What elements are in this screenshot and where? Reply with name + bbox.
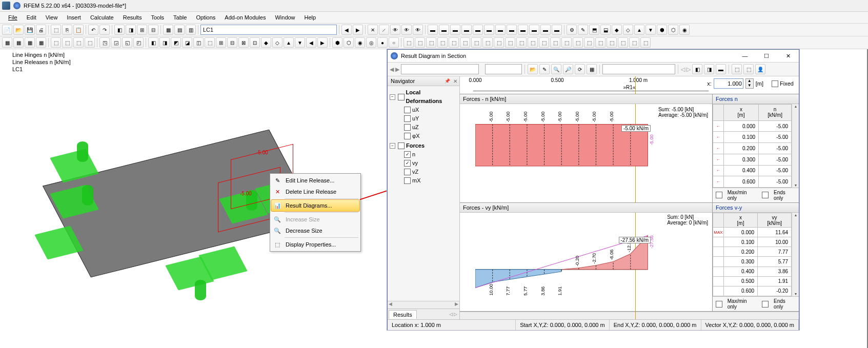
chk-maxmin-vy[interactable] xyxy=(716,301,722,308)
tree-phix[interactable]: φX xyxy=(412,132,419,140)
tree-forces[interactable]: Forces xyxy=(406,141,425,150)
table-vy-grid[interactable]: x[m]vy[kN/m] MAX0.00011.640.10010.000.20… xyxy=(713,213,792,296)
t2-7-icon[interactable]: ⬚ xyxy=(73,37,84,48)
dlg-tool-5-icon[interactable]: ⟳ xyxy=(575,64,585,74)
t2-48-icon[interactable]: ⬚ xyxy=(550,37,560,48)
chk-vz[interactable] xyxy=(404,169,411,175)
mode1-icon[interactable]: ✕ xyxy=(368,25,378,35)
t2-11-icon[interactable]: ◱ xyxy=(122,37,132,48)
tree-ux[interactable]: uX xyxy=(412,106,419,114)
dlg-tool-8-icon[interactable]: ◨ xyxy=(704,64,714,74)
pin-icon[interactable]: 📌 xyxy=(445,78,450,84)
mode2-icon[interactable]: ⟋ xyxy=(379,25,389,35)
menu-options[interactable]: Options xyxy=(192,13,219,22)
res5-icon[interactable]: ▬ xyxy=(473,25,483,35)
res7-icon[interactable]: ▬ xyxy=(495,25,506,35)
redo-icon[interactable]: ↷ xyxy=(99,25,110,35)
tree-uy[interactable]: uY xyxy=(412,114,419,123)
tree-local-deformations[interactable]: Local Deformations xyxy=(406,88,457,106)
result-select[interactable] xyxy=(485,64,522,74)
chk-ends-n[interactable] xyxy=(762,192,769,198)
misc8-icon[interactable]: ▼ xyxy=(645,25,656,35)
new-icon[interactable]: 📄 xyxy=(2,25,12,35)
chk-vy[interactable]: ✓ xyxy=(404,160,411,167)
misc1-icon[interactable]: ⚙ xyxy=(567,25,577,35)
t2-19-icon[interactable]: ⊞ xyxy=(216,37,226,48)
res2-icon[interactable]: ▬ xyxy=(439,25,449,35)
menu-help[interactable]: Help xyxy=(300,13,320,22)
misc9-icon[interactable]: ⬢ xyxy=(657,25,667,35)
ctx-decrease-size[interactable]: 🔍Decrease Size xyxy=(271,225,359,236)
view2-icon[interactable]: 👁 xyxy=(401,25,412,35)
open-icon[interactable]: 📂 xyxy=(13,25,24,35)
table-n-grid[interactable]: x[m]n[kN/m] ←0.000-5.00←0.100-5.00←0.200… xyxy=(713,104,792,188)
tool-c-icon[interactable]: ⊞ xyxy=(137,25,147,35)
t2-26-icon[interactable]: ▼ xyxy=(295,37,305,48)
tab-right-icon[interactable]: ▷ xyxy=(454,312,457,317)
close-button[interactable]: ✕ xyxy=(777,50,799,62)
tree-mx[interactable]: mX xyxy=(412,176,421,185)
misc11-icon[interactable]: ◉ xyxy=(679,25,690,35)
t2-40-icon[interactable]: ⬚ xyxy=(460,37,470,48)
t2-47-icon[interactable]: ⬚ xyxy=(539,37,549,48)
t2-15-icon[interactable]: ◩ xyxy=(171,37,181,48)
paste-icon[interactable]: 📋 xyxy=(73,25,84,35)
tool-a-icon[interactable]: ◧ xyxy=(114,25,125,35)
menu-edit[interactable]: Edit xyxy=(23,13,41,22)
t2-39-icon[interactable]: ⬚ xyxy=(449,37,459,48)
smoothing-select[interactable] xyxy=(602,64,675,74)
t2-18-icon[interactable]: ⬚ xyxy=(205,37,215,48)
ctx-increase-size[interactable]: 🔍Increase Size xyxy=(271,214,359,225)
nav-close-icon[interactable]: ✕ xyxy=(453,78,457,84)
dlg-tool-12-icon[interactable]: 👤 xyxy=(755,64,765,74)
t2-14-icon[interactable]: ◨ xyxy=(159,37,170,48)
table-vy-scrollbar[interactable]: ▴▾ xyxy=(792,213,799,296)
t2-8-icon[interactable]: ⬚ xyxy=(85,37,95,48)
chk-n[interactable]: ✓ xyxy=(404,151,411,158)
t2-49-icon[interactable]: ⬚ xyxy=(561,37,572,48)
tree-uz[interactable]: uZ xyxy=(412,123,419,132)
misc5-icon[interactable]: ◆ xyxy=(612,25,622,35)
grid-icon[interactable]: ▦ xyxy=(163,25,173,35)
t2-50-icon[interactable]: ⬚ xyxy=(573,37,583,48)
tree-n[interactable]: n xyxy=(412,150,415,159)
menu-file[interactable]: File xyxy=(4,13,22,22)
t2-16-icon[interactable]: ◪ xyxy=(182,37,192,48)
chk-mx[interactable] xyxy=(404,177,411,184)
dlg-tool-1-icon[interactable]: 📂 xyxy=(528,64,538,74)
loadcase-select[interactable]: LC1 xyxy=(200,25,337,35)
t2-28-icon[interactable]: ▶ xyxy=(317,37,328,48)
chk-uy[interactable] xyxy=(404,115,411,122)
menu-tools[interactable]: Tools xyxy=(147,13,168,22)
misc4-icon[interactable]: ⬓ xyxy=(600,25,611,35)
table-n-scrollbar[interactable]: ▴▾ xyxy=(792,104,799,188)
t2-45-icon[interactable]: ⬚ xyxy=(516,37,527,48)
table-icon[interactable]: ▤ xyxy=(174,25,185,35)
x-stepper[interactable]: ▲▼ xyxy=(745,78,754,89)
t2-13-icon[interactable]: ◧ xyxy=(148,37,158,48)
menu-view[interactable]: View xyxy=(42,13,62,22)
res12-icon[interactable]: ▬ xyxy=(552,25,562,35)
res11-icon[interactable]: ▬ xyxy=(540,25,551,35)
view3-icon[interactable]: 👁 xyxy=(413,25,423,35)
res1-icon[interactable]: ▬ xyxy=(428,25,438,35)
t2-43-icon[interactable]: ⬚ xyxy=(494,37,504,48)
t2-36-icon[interactable]: ⬚ xyxy=(415,37,425,48)
t2-56-icon[interactable]: ⬚ xyxy=(640,37,651,48)
scroll-left-icon[interactable]: ◀ xyxy=(389,301,392,306)
chk-ux[interactable] xyxy=(404,107,411,113)
section-select[interactable] xyxy=(401,64,479,74)
dlg-tool-4-icon[interactable]: 🔎 xyxy=(563,64,573,74)
t2-27-icon[interactable]: ◀ xyxy=(306,37,316,48)
t2-37-icon[interactable]: ⬚ xyxy=(426,37,436,48)
print-icon[interactable]: 🖨 xyxy=(36,25,46,35)
expand-forces-icon[interactable]: − xyxy=(390,143,395,149)
t2-34-icon[interactable]: ○ xyxy=(389,37,399,48)
t2-23-icon[interactable]: ◆ xyxy=(261,37,271,48)
t2-55-icon[interactable]: ⬚ xyxy=(629,37,639,48)
dlg-tool-7-icon[interactable]: ◧ xyxy=(692,64,702,74)
t2-38-icon[interactable]: ⬚ xyxy=(437,37,448,48)
misc2-icon[interactable]: ✎ xyxy=(578,25,588,35)
panel-icon[interactable]: ▥ xyxy=(186,25,196,35)
res6-icon[interactable]: ▬ xyxy=(484,25,494,35)
